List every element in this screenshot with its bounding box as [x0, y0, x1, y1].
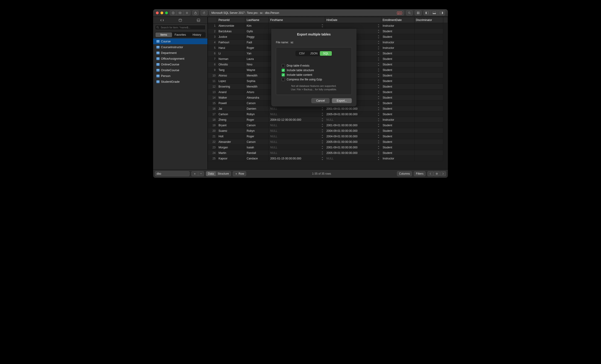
table-row[interactable]: 20SuarezRobynNULL2004-09-01 00:00:00.000…	[208, 128, 448, 134]
table-cell[interactable]: Lopez	[217, 78, 245, 84]
table-cell[interactable]	[269, 23, 325, 29]
table-cell[interactable]: Student	[381, 84, 414, 89]
stepper-icon[interactable]	[377, 96, 380, 99]
table-row[interactable]: 24MartinRandallNULL2005-09-01 00:00:00.0…	[208, 150, 448, 156]
panel-left-button[interactable]	[423, 10, 431, 15]
column-header-personid[interactable]: PersonId	[217, 17, 245, 23]
table-cell[interactable]: Yan	[245, 51, 269, 56]
table-cell[interactable]: Student	[381, 150, 414, 156]
column-header-lastname[interactable]: LastName	[245, 17, 269, 23]
table-cell[interactable]: 12	[208, 84, 217, 89]
table-cell[interactable]: 2	[208, 29, 217, 34]
table-cell[interactable]: Browning	[217, 84, 245, 89]
panel-bottom-button[interactable]	[431, 10, 438, 15]
table-cell[interactable]: Walker	[217, 95, 245, 101]
stepper-icon[interactable]	[377, 57, 380, 61]
sidebar-tab-favorites[interactable]: Favorites	[172, 32, 189, 37]
stepper-icon[interactable]	[321, 140, 323, 143]
table-cell[interactable]: 2001-09-01 00:00:00.000	[325, 122, 381, 128]
table-cell[interactable]: Student	[381, 29, 414, 34]
include-structure-checkbox[interactable]	[282, 69, 285, 72]
add-dropdown-button[interactable]	[198, 171, 204, 176]
add-row-button[interactable]: ＋ Row	[233, 171, 246, 176]
table-cell[interactable]: Roger	[245, 134, 269, 139]
table-cell[interactable]: Instructor	[381, 23, 414, 29]
table-cell[interactable]: Olivotto	[217, 62, 245, 67]
table-cell[interactable]: Barzdukas	[217, 29, 245, 34]
table-cell[interactable]: Student	[381, 34, 414, 40]
stepper-icon[interactable]	[321, 118, 323, 121]
table-cell[interactable]: 9	[208, 67, 217, 73]
stepper-icon[interactable]	[377, 68, 380, 72]
stepper-icon[interactable]	[377, 113, 380, 116]
table-cell[interactable]: Student	[381, 67, 414, 73]
zoom-window-button[interactable]	[165, 11, 168, 14]
stepper-icon[interactable]	[377, 129, 380, 132]
columns-button[interactable]: Columns	[397, 171, 412, 176]
table-cell[interactable]: 2004-09-01 00:00:00.000	[325, 128, 381, 134]
table-cell[interactable]: Carlson	[217, 111, 245, 117]
table-cell[interactable]: Holt	[217, 134, 245, 139]
table-cell[interactable]: Student	[381, 145, 414, 150]
table-cell[interactable]: Carson	[245, 101, 269, 106]
table-cell[interactable]: Carson	[245, 139, 269, 145]
structure-tab[interactable]: Structure	[216, 171, 231, 176]
table-cell[interactable]: Peggy	[245, 34, 269, 40]
table-cell[interactable]: NULL	[269, 111, 325, 117]
filename-input[interactable]	[290, 41, 352, 44]
table-cell[interactable]: NULL	[269, 122, 325, 128]
table-cell[interactable]: Instructor	[381, 45, 414, 51]
table-cell[interactable]: Laura	[245, 56, 269, 62]
stepper-icon[interactable]	[377, 52, 380, 55]
table-cell[interactable]: 2005-09-01 00:00:00.000	[325, 139, 381, 145]
table-cell[interactable]: Nino	[245, 62, 269, 67]
table-cell[interactable]: Alonso	[217, 73, 245, 78]
table-cell[interactable]: 2005-09-01 00:00:00.000	[325, 150, 381, 156]
stepper-icon[interactable]	[321, 107, 323, 110]
stepper-icon[interactable]	[321, 113, 323, 116]
stepper-icon[interactable]	[321, 129, 323, 132]
table-cell[interactable]: Student	[381, 51, 414, 56]
table-cell[interactable]: Jai	[217, 106, 245, 111]
stepper-icon[interactable]	[321, 135, 323, 138]
table-cell[interactable]: Arturo	[245, 89, 269, 95]
preview-button[interactable]	[177, 10, 184, 15]
table-cell[interactable]: Student	[381, 106, 414, 111]
table-cell[interactable]: Student	[381, 139, 414, 145]
add-button[interactable]: ＋	[191, 171, 198, 176]
table-cell[interactable]: Meredith	[245, 73, 269, 78]
sidebar-item-courseinstructor[interactable]: CourseInstructor	[153, 44, 208, 50]
table-cell[interactable]: Isaiah	[245, 145, 269, 150]
sidebar-item-officeassignment[interactable]: OfficeAssignment	[153, 56, 208, 61]
table-cell[interactable]: Bryant	[217, 122, 245, 128]
sidebar-item-onsitecourse[interactable]: OnsiteCourse	[153, 67, 208, 73]
panel-right-button[interactable]	[438, 10, 445, 15]
table-cell[interactable]: Alexandra	[245, 95, 269, 101]
table-cell[interactable]: 2001-09-01 00:00:00.000	[325, 106, 381, 111]
table-cell[interactable]: Student	[381, 101, 414, 106]
sidebar-item-studentgrade[interactable]: StudentGrade	[153, 79, 208, 85]
stepper-icon[interactable]	[377, 91, 380, 94]
sidebar-tab-items[interactable]: Items	[155, 32, 172, 37]
sidebar-item-department[interactable]: Department	[153, 50, 208, 56]
table-cell[interactable]: Roger	[245, 45, 269, 51]
data-tab[interactable]: Data	[206, 171, 216, 176]
table-cell[interactable]: Wayne	[245, 67, 269, 73]
table-cell[interactable]: Robyn	[245, 111, 269, 117]
stepper-icon[interactable]	[377, 118, 380, 121]
format-json[interactable]: JSON	[308, 51, 320, 56]
table-cell[interactable]: Student	[381, 78, 414, 84]
connections-tab-icon[interactable]	[160, 18, 164, 23]
table-cell[interactable]: Student	[381, 128, 414, 134]
table-row[interactable]: 22AlexanderCarsonNULL2005-09-01 00:00:00…	[208, 139, 448, 145]
stepper-icon[interactable]	[377, 46, 380, 50]
stepper-icon[interactable]	[377, 63, 380, 66]
table-cell[interactable]: Instructor	[381, 156, 414, 161]
table-row[interactable]: 17CarlsonRobynNULL2005-09-01 00:00:00.00…	[208, 111, 448, 117]
stepper-icon[interactable]	[377, 107, 380, 110]
filter-input[interactable]	[155, 25, 206, 30]
table-cell[interactable]: Candace	[245, 156, 269, 161]
stepper-icon[interactable]	[377, 80, 380, 83]
table-cell[interactable]: 15	[208, 101, 217, 106]
stepper-icon[interactable]	[321, 157, 323, 160]
